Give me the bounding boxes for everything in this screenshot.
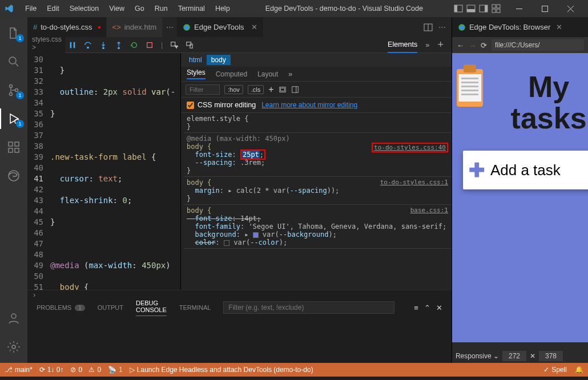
menu-edit[interactable]: Edit [42,2,64,15]
viewport-height-input[interactable] [539,351,563,361]
stop-icon[interactable] [146,41,154,49]
maximize-panel-icon[interactable]: ⌃ [424,304,430,312]
tab-styles[interactable]: #to-do-styles.css [27,17,107,37]
account-icon[interactable] [0,308,27,329]
console-filter-input[interactable] [223,301,394,314]
window-title: Edge DevTools - demo-to-do - Visual Stud… [236,5,453,13]
more-icon[interactable]: ⋯ [438,23,446,32]
close-button[interactable] [558,0,583,17]
svg-rect-7 [497,5,500,8]
status-bar: ⎇main* ⟳1↓ 0↑ ⊘0 ⚠0 📡1 ▷Launch Edge Head… [0,363,588,377]
tab-browser[interactable]: Edge DevTools: Browser✕ [452,17,588,37]
toggle-panel-icon[interactable] [291,86,299,94]
inspect-icon[interactable] [170,41,178,49]
edge-icon[interactable] [0,165,27,186]
tab-problems[interactable]: PROBLEMS1 [37,304,85,311]
sync-indicator[interactable]: ⟳1↓ 0↑ [39,366,64,374]
devtools-tab-elements[interactable]: Elements [388,37,417,53]
tab-devtools[interactable]: Edge DevTools✕ [177,17,263,37]
layout-controls[interactable] [454,4,501,13]
svg-rect-17 [9,142,13,146]
svg-point-32 [103,47,104,48]
menu-selection[interactable]: Selection [65,2,103,15]
svg-point-43 [460,25,464,29]
source-link[interactable]: to-do-styles.css:1 [380,179,448,186]
source-link[interactable]: to-do-styles.css:40 [372,143,448,152]
url-input[interactable] [492,39,584,51]
split-icon[interactable] [424,23,433,32]
menu-file[interactable]: File [21,2,41,15]
tab-index[interactable]: <>index.htm [107,17,163,37]
pause-icon[interactable] [69,41,76,49]
chevrons-icon[interactable]: » [425,41,429,49]
settings-gear-icon[interactable] [0,337,27,357]
computed-tab[interactable]: Computed [216,70,247,78]
horizontal-scrollbar[interactable] [452,342,588,349]
menu-go[interactable]: Go [130,2,149,15]
reload-icon[interactable]: ⟳ [481,41,487,50]
branch-indicator[interactable]: ⎇main* [5,366,33,374]
close-panel-icon[interactable]: ✕ [436,304,442,312]
filter-icon[interactable]: ≡ [414,304,418,312]
launch-config-indicator[interactable]: ▷Launch Edge Headless and attach DevTool… [130,366,313,374]
new-rule-icon[interactable]: + [268,84,273,95]
breadcrumb-html[interactable]: html [184,55,207,65]
notifications-icon[interactable]: 🔔 [575,366,583,374]
layout-tab[interactable]: Layout [257,70,278,78]
svg-rect-18 [9,148,13,152]
svg-rect-20 [15,142,19,146]
back-icon[interactable]: ← [457,41,464,50]
svg-point-12 [9,57,16,64]
source-link[interactable]: base.css:1 [410,207,448,214]
extensions-icon[interactable] [0,137,27,157]
tab-terminal[interactable]: TERMINAL [179,304,211,311]
step-out-icon[interactable] [115,41,123,49]
breadcrumb[interactable]: styles.css > [27,37,65,50]
svg-point-14 [10,93,13,96]
step-into-icon[interactable] [99,41,107,49]
chevrons-icon[interactable]: » [288,70,292,78]
edge-icon [183,23,191,31]
menu-terminal[interactable]: Terminal [174,2,210,15]
svg-point-21 [9,171,19,181]
minimize-button[interactable] [506,0,532,17]
add-task-button[interactable]: ✚ Add a task [463,151,588,189]
svg-rect-11 [542,6,548,11]
tab-debug-console[interactable]: DEBUG CONSOLE [136,300,167,316]
search-icon[interactable] [0,51,27,72]
menu-help[interactable]: Help [211,2,235,15]
code-editor[interactable]: 3031323334353637383940414243444546474849… [27,53,180,290]
browser-viewport[interactable]: My tasks ✚ Add a task [452,53,588,342]
menu-view[interactable]: View [104,2,129,15]
cls-toggle[interactable]: .cls [248,85,264,94]
responsive-dropdown[interactable]: Responsive ⌄ [456,352,499,360]
plus-icon: ✚ [469,159,485,181]
mirror-learn-more-link[interactable]: Learn more about mirror editing [261,101,357,109]
hov-toggle[interactable]: :hov [224,85,243,94]
computed-toggle-icon[interactable] [279,86,287,94]
viewport-width-input[interactable] [502,351,526,361]
svg-rect-39 [280,88,284,91]
plus-icon[interactable]: + [437,39,444,51]
run-debug-icon[interactable]: 1 [0,108,27,129]
menu-run[interactable]: Run [150,2,172,15]
tab-output[interactable]: OUTPUT [98,304,123,311]
styles-filter-input[interactable] [186,84,220,95]
breadcrumb-body[interactable]: body [207,55,231,65]
styles-tab[interactable]: Styles [187,68,206,79]
maximize-button[interactable] [532,0,558,17]
problems-indicator[interactable]: ⊘0 ⚠0 [70,366,101,374]
ports-indicator[interactable]: 📡1 [108,366,123,374]
svg-point-13 [10,85,13,88]
mirror-checkbox[interactable]: CSS mirror editing [187,101,256,109]
source-control-icon[interactable]: 1 [0,80,27,100]
step-over-icon[interactable] [84,41,92,49]
activity-bar: 1 1 1 [0,17,27,363]
svg-point-33 [118,47,120,48]
spell-indicator[interactable]: ✓Spell [543,366,567,374]
restart-icon[interactable] [130,41,138,49]
svg-point-23 [12,345,15,349]
svg-rect-40 [292,86,298,92]
explorer-icon[interactable]: 1 [0,23,27,43]
device-icon[interactable] [186,41,194,49]
